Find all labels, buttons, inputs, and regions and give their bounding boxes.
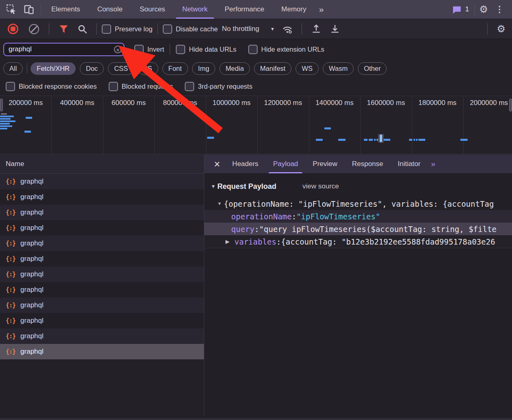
- chip-ws[interactable]: WS: [295, 62, 319, 75]
- tab-console[interactable]: Console: [89, 0, 131, 19]
- tab-performance[interactable]: Performance: [216, 0, 273, 19]
- payload-row-variables[interactable]: ▶variables: {accountTag: "b12e3b2192ee55…: [204, 235, 512, 248]
- payload-value: "ipFlowTimeseries": [296, 212, 380, 221]
- collapse-triangle-icon[interactable]: ▼: [211, 184, 217, 189]
- tab-memory[interactable]: Memory: [273, 0, 315, 19]
- chip-img[interactable]: Img: [192, 62, 216, 75]
- invert-checkbox[interactable]: [134, 45, 144, 54]
- request-name: graphql: [20, 286, 44, 294]
- timeline-tick-label: 200000 ms: [9, 99, 43, 107]
- chip-fetch-xhr[interactable]: Fetch/XHR: [31, 62, 76, 75]
- timeline-tick-label: 600000 ms: [112, 99, 146, 107]
- selected-request-marker: [378, 134, 384, 143]
- kebab-menu-icon[interactable]: ⋮: [495, 4, 504, 14]
- console-insights-icon[interactable]: [451, 4, 462, 15]
- details-tab-initiator[interactable]: Initiator: [390, 155, 428, 173]
- request-type-filters: AllFetch/XHRDocCSSJSFontImgMediaManifest…: [0, 59, 512, 77]
- details-tab-payload[interactable]: Payload: [266, 155, 305, 173]
- tab-elements[interactable]: Elements: [43, 0, 89, 19]
- waterfall-bar: [1, 113, 7, 115]
- device-toolbar-icon[interactable]: [23, 4, 34, 15]
- chip-js[interactable]: JS: [138, 62, 158, 75]
- request-row[interactable]: {:}graphql: [0, 236, 204, 251]
- filter-row: × Invert Hide data URLs Hide extension U…: [0, 39, 512, 59]
- clear-filter-icon[interactable]: ×: [114, 46, 122, 53]
- hide-data-urls-checkbox[interactable]: [176, 45, 185, 54]
- chip-font[interactable]: Font: [162, 62, 188, 75]
- preserve-log-checkbox[interactable]: [102, 24, 111, 34]
- overview-right-handle[interactable]: [509, 98, 512, 112]
- fetch-xhr-icon: {:}: [6, 255, 15, 262]
- fetch-xhr-icon: {:}: [6, 271, 15, 278]
- chip-all[interactable]: All: [3, 62, 23, 75]
- settings-gear-icon[interactable]: ⚙: [479, 4, 488, 14]
- network-overview-timeline[interactable]: 200000 ms400000 ms600000 ms800000 ms1000…: [0, 96, 512, 154]
- chip-manifest[interactable]: Manifest: [254, 62, 291, 75]
- chip-doc[interactable]: Doc: [80, 62, 104, 75]
- payload-value: {accountTag: "b12e3b2192ee5588fdad995178…: [281, 237, 495, 246]
- clear-network-log-button[interactable]: [29, 24, 39, 34]
- details-tab-preview[interactable]: Preview: [305, 155, 344, 173]
- request-row[interactable]: {:}graphql: [0, 328, 204, 344]
- bottom-statusbar: [0, 417, 512, 420]
- toolbar-divider: [41, 4, 41, 15]
- payload-root-preview[interactable]: ▼ {operationName: "ipFlowTimeseries", va…: [204, 197, 512, 210]
- details-tab-headers[interactable]: Headers: [225, 155, 266, 173]
- request-row[interactable]: {:}graphql: [0, 344, 204, 359]
- request-row[interactable]: {:}graphql: [0, 189, 204, 205]
- request-row[interactable]: {:}graphql: [0, 220, 204, 236]
- waterfall-bar: [369, 139, 373, 141]
- filter-input[interactable]: [3, 43, 125, 56]
- tab-sources[interactable]: Sources: [131, 0, 173, 19]
- hide-extension-urls-checkbox[interactable]: [248, 45, 258, 54]
- close-details-icon[interactable]: ×: [209, 155, 225, 173]
- payload-row-query[interactable]: query: "query ipFlowTimeseries($accountT…: [204, 223, 512, 235]
- details-more-tabs-button[interactable]: »: [428, 155, 438, 173]
- waterfall-bar: [207, 137, 214, 139]
- blocked-requests-checkbox[interactable]: [109, 82, 118, 91]
- request-row[interactable]: {:}graphql: [0, 298, 204, 313]
- tab-network[interactable]: Network: [174, 0, 216, 19]
- network-toolbar: Preserve log Disable cache No throttling…: [0, 19, 512, 39]
- timeline-gridline: [103, 96, 103, 154]
- request-row[interactable]: {:}graphql: [0, 313, 204, 328]
- request-row[interactable]: {:}graphql: [0, 267, 204, 282]
- waterfall-bar: [316, 139, 323, 141]
- request-payload-section[interactable]: ▼ Request Payload view source: [204, 180, 512, 193]
- expand-triangle-icon[interactable]: ▶: [225, 238, 234, 245]
- chip-wasm[interactable]: Wasm: [323, 62, 354, 75]
- overview-left-handle[interactable]: [0, 98, 3, 112]
- view-source-link[interactable]: view source: [302, 182, 339, 190]
- waterfall-bar: [0, 116, 14, 117]
- panel-tabs: ElementsConsoleSourcesNetworkPerformance…: [43, 0, 315, 19]
- disable-cache-checkbox[interactable]: [163, 24, 172, 34]
- blocked-response-cookies-checkbox[interactable]: [6, 82, 15, 91]
- name-column-header[interactable]: Name: [0, 155, 204, 174]
- more-tabs-button[interactable]: »: [315, 0, 327, 19]
- collapse-triangle-icon[interactable]: ▼: [218, 201, 224, 206]
- chip-other[interactable]: Other: [358, 62, 387, 75]
- record-network-log-button[interactable]: [8, 24, 18, 34]
- throttling-select[interactable]: No throttling: [222, 25, 259, 33]
- waterfall-bar: [0, 128, 7, 129]
- filter-icon[interactable]: [58, 24, 69, 34]
- request-row[interactable]: {:}graphql: [0, 174, 204, 189]
- request-row[interactable]: {:}graphql: [0, 282, 204, 298]
- import-har-icon[interactable]: [311, 24, 322, 34]
- request-row[interactable]: {:}graphql: [0, 205, 204, 220]
- inspect-element-icon[interactable]: [6, 4, 17, 15]
- export-har-icon[interactable]: [330, 24, 340, 34]
- chip-css[interactable]: CSS: [108, 62, 134, 75]
- payload-row-operationname[interactable]: operationName: "ipFlowTimeseries": [204, 210, 512, 223]
- network-settings-gear-icon[interactable]: ⚙: [497, 24, 505, 34]
- details-tab-response[interactable]: Response: [345, 155, 391, 173]
- chip-media[interactable]: Media: [219, 62, 250, 75]
- 3rd-party-requests-checkbox[interactable]: [185, 82, 194, 91]
- request-name: graphql: [20, 317, 44, 325]
- search-icon[interactable]: [77, 24, 88, 34]
- request-row[interactable]: {:}graphql: [0, 251, 204, 267]
- network-conditions-icon[interactable]: [282, 24, 293, 34]
- waterfall-bar: [374, 139, 376, 141]
- fetch-xhr-icon: {:}: [6, 302, 15, 309]
- selected-request-marker-bar: [380, 135, 382, 142]
